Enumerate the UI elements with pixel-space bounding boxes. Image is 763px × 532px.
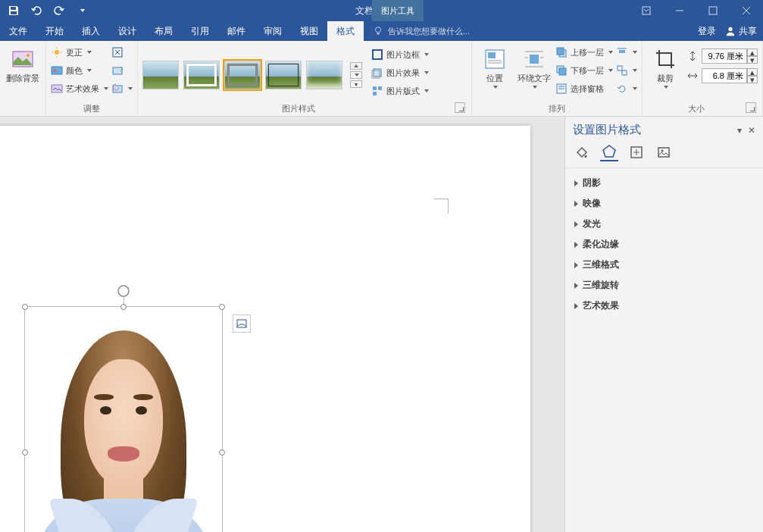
document-area[interactable] <box>0 117 564 532</box>
align-button[interactable] <box>616 44 637 61</box>
selection-pane-icon <box>555 83 568 95</box>
pane-section-shadow[interactable]: 阴影 <box>568 173 760 193</box>
tab-layout[interactable]: 布局 <box>145 21 182 41</box>
group-label-adjust: 调整 <box>51 102 133 114</box>
pane-section-soft-edges[interactable]: 柔化边缘 <box>568 234 760 255</box>
resize-handle-tl[interactable] <box>22 304 28 310</box>
share-button[interactable]: 共享 <box>725 25 757 38</box>
reset-picture-button[interactable] <box>111 80 133 97</box>
position-button[interactable]: 位置 <box>477 44 513 89</box>
tab-review[interactable]: 审阅 <box>255 21 291 41</box>
resize-handle-tr[interactable] <box>219 304 225 310</box>
tab-format[interactable]: 格式 <box>327 21 364 41</box>
size-dialog-launcher[interactable] <box>746 102 756 113</box>
send-backward-button[interactable]: 下移一层 <box>555 62 613 79</box>
width-input[interactable]: ▴▾ <box>702 68 758 83</box>
ribbon-tab-bar: 文件 开始 插入 设计 布局 引用 邮件 审阅 视图 格式 告诉我您想要做什么.… <box>0 21 763 41</box>
qat-customize[interactable] <box>71 1 92 20</box>
effects-category[interactable] <box>600 143 618 161</box>
change-picture-button[interactable] <box>111 62 133 79</box>
tab-file[interactable]: 文件 <box>0 21 36 41</box>
rotate-icon <box>616 83 628 95</box>
gallery-more-button[interactable]: ▾ <box>350 80 362 88</box>
group-remove-bg: 删除背景 <box>0 41 46 116</box>
border-icon <box>371 49 383 61</box>
svg-rect-23 <box>373 92 377 95</box>
resize-handle-l[interactable] <box>22 449 28 455</box>
tab-view[interactable]: 视图 <box>291 21 327 41</box>
compress-icon <box>111 46 124 58</box>
layout-options-button[interactable] <box>233 315 251 333</box>
resize-handle-r[interactable] <box>219 449 225 455</box>
tab-insert[interactable]: 插入 <box>73 21 109 41</box>
height-input[interactable]: ▴▾ <box>702 49 758 64</box>
minimize-button[interactable] <box>663 0 696 21</box>
width-down[interactable]: ▾ <box>747 76 758 83</box>
svg-rect-43 <box>622 70 627 75</box>
bring-forward-button[interactable]: 上移一层 <box>555 44 613 61</box>
pane-menu[interactable]: ▾ <box>737 125 742 136</box>
tab-home[interactable]: 开始 <box>36 21 73 41</box>
tab-design[interactable]: 设计 <box>109 21 145 41</box>
pane-section-3d-format[interactable]: 三维格式 <box>568 255 760 275</box>
selection-pane-button[interactable]: 选择窗格 <box>555 80 613 97</box>
login-link[interactable]: 登录 <box>698 25 716 38</box>
pane-section-artistic[interactable]: 艺术效果 <box>568 296 760 316</box>
artistic-effects-button[interactable]: 艺术效果 <box>51 80 108 97</box>
picture-layout-button[interactable]: 图片版式 <box>371 83 429 99</box>
tab-mailings[interactable]: 邮件 <box>218 21 255 41</box>
width-icon <box>686 70 699 82</box>
redo-button[interactable] <box>48 1 70 20</box>
resize-handle-t[interactable] <box>120 304 127 310</box>
svg-point-3 <box>376 27 381 33</box>
group-arrange: 位置 环绕文字 上移一层 下移一层 选择窗格 排列 <box>472 41 643 116</box>
ribbon: 删除背景 更正 颜色 艺术效果 <box>0 41 763 117</box>
lightbulb-icon <box>373 26 383 36</box>
save-button[interactable] <box>3 1 24 20</box>
styles-dialog-launcher[interactable] <box>455 102 465 113</box>
pane-section-reflection[interactable]: 映像 <box>568 193 760 214</box>
rotate-handle[interactable] <box>117 284 130 298</box>
color-button[interactable]: 颜色 <box>51 62 108 79</box>
remove-background-button[interactable]: 删除背景 <box>5 44 41 84</box>
picture-effects-button[interactable]: 图片效果 <box>371 64 429 81</box>
rotate-button[interactable] <box>616 80 637 97</box>
svg-rect-2 <box>709 7 717 14</box>
pane-close[interactable]: ✕ <box>748 125 755 136</box>
tell-me-search[interactable]: 告诉我您想要做什么... <box>364 21 698 41</box>
person-icon <box>725 26 736 36</box>
svg-point-7 <box>55 50 59 55</box>
picture-category[interactable] <box>655 143 673 161</box>
position-icon <box>483 47 507 71</box>
style-thumb-3[interactable] <box>224 61 261 89</box>
style-thumb-1[interactable] <box>142 61 179 89</box>
bring-forward-icon <box>555 46 568 58</box>
tab-references[interactable]: 引用 <box>182 21 218 41</box>
svg-rect-36 <box>559 68 566 75</box>
gallery-down[interactable] <box>350 71 362 79</box>
close-button[interactable] <box>730 0 763 21</box>
height-down[interactable]: ▾ <box>747 56 758 64</box>
wrap-text-button[interactable]: 环绕文字 <box>516 44 552 89</box>
picture-style-gallery: ▾ <box>142 56 362 89</box>
ribbon-options-button[interactable] <box>630 0 663 21</box>
gallery-up[interactable] <box>350 62 362 70</box>
style-thumb-4[interactable] <box>265 61 302 89</box>
undo-button[interactable] <box>26 1 47 20</box>
picture-border-button[interactable]: 图片边框 <box>371 46 429 63</box>
fill-line-category[interactable] <box>573 143 591 161</box>
style-thumb-2[interactable] <box>183 61 220 89</box>
gallery-scroll: ▾ <box>350 62 362 88</box>
compress-pictures-button[interactable] <box>111 44 133 61</box>
pane-section-3d-rotation[interactable]: 三维旋转 <box>568 275 760 296</box>
style-thumb-5[interactable] <box>306 61 342 89</box>
corrections-button[interactable]: 更正 <box>51 44 108 61</box>
pane-section-glow[interactable]: 发光 <box>568 214 760 234</box>
workspace: 设置图片格式 ▾ ✕ 阴影 映像 发光 柔化边缘 三维格式 三维旋转 艺术效果 <box>0 117 763 532</box>
wrap-icon <box>522 47 546 71</box>
group-objects-button[interactable] <box>616 62 637 79</box>
maximize-button[interactable] <box>696 0 730 21</box>
crop-button[interactable]: 裁剪 <box>647 44 683 89</box>
layout-category[interactable] <box>627 143 646 161</box>
selected-picture[interactable] <box>24 306 223 532</box>
